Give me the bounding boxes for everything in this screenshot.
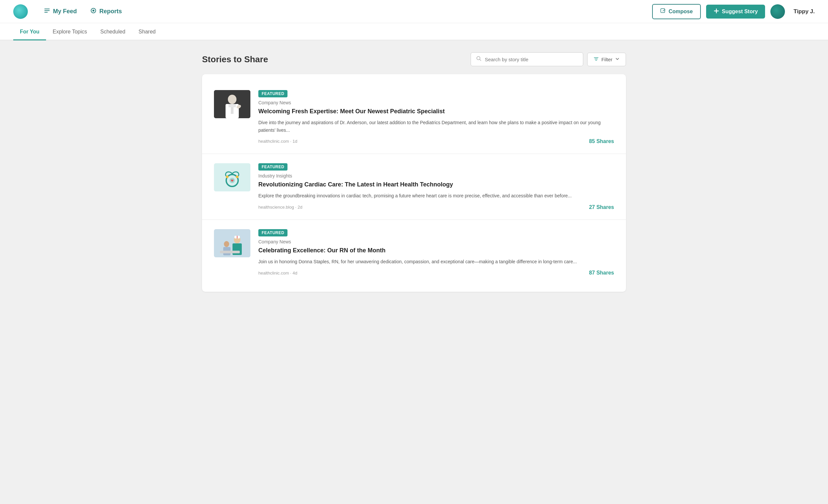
- search-icon: [476, 56, 482, 62]
- story-thumbnail-1: [214, 90, 250, 118]
- story-shares-2: 27 Shares: [589, 204, 614, 210]
- stories-title: Stories to Share: [202, 54, 268, 65]
- compose-icon: [660, 8, 666, 15]
- svg-point-8: [228, 95, 237, 104]
- svg-point-4: [92, 10, 94, 11]
- featured-badge-3: FEATURED: [258, 229, 288, 237]
- svg-rect-2: [44, 12, 48, 12]
- story-title-1[interactable]: Welcoming Fresh Expertise: Meet Our Newe…: [258, 107, 614, 116]
- story-source-2: healthscience.blog · 2d: [258, 205, 302, 210]
- story-excerpt-3: Join us in honoring Donna Staples, RN, f…: [258, 258, 614, 265]
- story-source-3: healthclinic.com · 4d: [258, 270, 297, 276]
- featured-badge-1: FEATURED: [258, 90, 288, 97]
- svg-rect-5: [661, 9, 665, 12]
- story-item: FEATURED Company News Celebrating Excell…: [202, 220, 626, 286]
- nav-my-feed-label: My Feed: [53, 8, 77, 15]
- user-avatar: [771, 4, 785, 19]
- story-source-1: healthclinic.com · 1d: [258, 139, 297, 144]
- feed-icon: [44, 7, 50, 15]
- svg-point-16: [226, 175, 229, 178]
- story-category-1: Company News: [258, 100, 614, 105]
- tabs-bar: For You Explore Topics Scheduled Shared: [0, 23, 828, 40]
- reports-icon: [90, 7, 97, 15]
- story-item: FEATURED Industry Insights Revolutionizi…: [202, 154, 626, 220]
- search-box: [471, 52, 583, 66]
- story-category-3: Company News: [258, 239, 614, 244]
- main-content: Stories to Share Filter: [182, 40, 646, 304]
- header-actions: Compose Suggest Story Tippy J.: [652, 4, 815, 19]
- tab-for-you[interactable]: For You: [13, 24, 46, 40]
- story-excerpt-1: Dive into the journey and aspirations of…: [258, 119, 614, 134]
- tab-scheduled[interactable]: Scheduled: [94, 24, 132, 40]
- featured-badge-2: FEATURED: [258, 163, 288, 171]
- svg-rect-25: [220, 251, 240, 253]
- suggest-story-button[interactable]: Suggest Story: [706, 5, 765, 18]
- story-title-2[interactable]: Revolutionizing Cardiac Care: The Latest…: [258, 180, 614, 189]
- stories-card: FEATURED Company News Welcoming Fresh Ex…: [202, 74, 626, 292]
- app-logo: [13, 4, 28, 19]
- svg-point-23: [224, 241, 229, 247]
- filter-icon: [593, 56, 599, 62]
- story-item: FEATURED Company News Welcoming Fresh Ex…: [202, 81, 626, 154]
- story-excerpt-2: Explore the groundbreaking innovations i…: [258, 192, 614, 199]
- story-thumbnail-3: [214, 229, 250, 257]
- story-content-2: FEATURED Industry Insights Revolutionizi…: [258, 163, 614, 210]
- nav-my-feed[interactable]: My Feed: [38, 5, 82, 18]
- story-content-3: FEATURED Company News Celebrating Excell…: [258, 229, 614, 276]
- story-footer-3: healthclinic.com · 4d 87 Shares: [258, 270, 614, 276]
- main-nav: My Feed Reports: [38, 5, 652, 18]
- story-category-2: Industry Insights: [258, 173, 614, 178]
- search-filter-row: Filter: [471, 52, 626, 66]
- filter-label: Filter: [602, 57, 612, 62]
- story-shares-1: 85 Shares: [589, 138, 614, 144]
- suggest-label: Suggest Story: [722, 9, 758, 14]
- story-content-1: FEATURED Company News Welcoming Fresh Ex…: [258, 90, 614, 144]
- compose-label: Compose: [669, 9, 693, 14]
- svg-rect-22: [237, 236, 238, 239]
- svg-rect-13: [214, 163, 250, 192]
- header: My Feed Reports Compose: [0, 0, 828, 23]
- story-shares-3: 87 Shares: [589, 270, 614, 276]
- nav-reports-label: Reports: [99, 8, 122, 15]
- user-name: Tippy J.: [793, 8, 815, 15]
- tab-explore-topics[interactable]: Explore Topics: [46, 24, 94, 40]
- compose-button[interactable]: Compose: [652, 4, 701, 19]
- stories-header: Stories to Share Filter: [202, 52, 626, 66]
- story-title-3[interactable]: Celebrating Excellence: Our RN of the Mo…: [258, 246, 614, 255]
- svg-point-17: [236, 175, 239, 178]
- filter-button[interactable]: Filter: [587, 53, 626, 66]
- tab-shared[interactable]: Shared: [132, 24, 162, 40]
- svg-rect-10: [229, 104, 236, 107]
- svg-rect-11: [231, 107, 234, 114]
- svg-rect-1: [44, 10, 50, 11]
- chevron-down-icon: [615, 57, 620, 62]
- story-footer-2: healthscience.blog · 2d 27 Shares: [258, 204, 614, 210]
- nav-reports[interactable]: Reports: [85, 5, 127, 18]
- story-footer-1: healthclinic.com · 1d 85 Shares: [258, 138, 614, 144]
- search-input[interactable]: [485, 57, 578, 62]
- story-thumbnail-2: [214, 163, 250, 192]
- plus-icon: [713, 8, 719, 15]
- svg-rect-0: [44, 9, 50, 9]
